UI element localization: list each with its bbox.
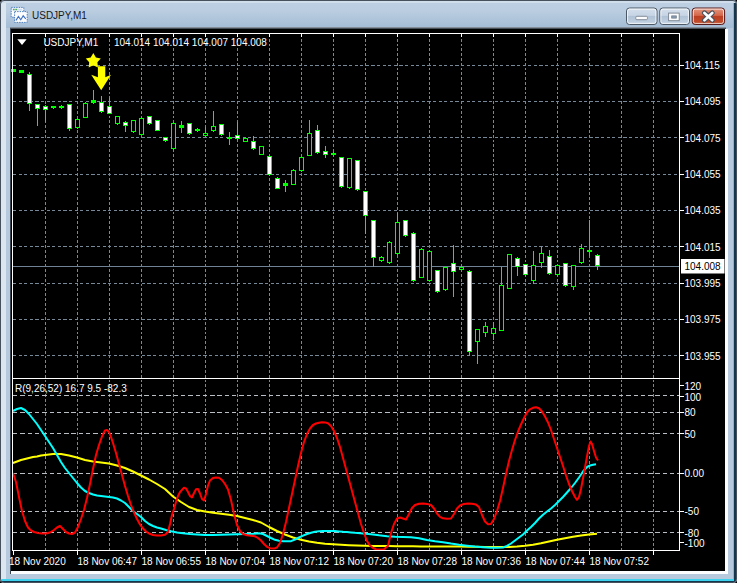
- svg-text:104.095: 104.095: [685, 96, 722, 107]
- svg-text:120: 120: [685, 381, 702, 392]
- svg-text:100: 100: [685, 392, 702, 403]
- svg-text:18 Nov 07:36: 18 Nov 07:36: [462, 556, 522, 567]
- svg-text:18 Nov 06:47: 18 Nov 06:47: [78, 556, 138, 567]
- svg-text:104.115: 104.115: [685, 60, 721, 71]
- svg-text:18 Nov 07:12: 18 Nov 07:12: [270, 556, 330, 567]
- svg-text:104.075: 104.075: [685, 133, 722, 144]
- svg-text:104.035: 104.035: [685, 205, 722, 216]
- svg-text:103.955: 103.955: [685, 351, 722, 362]
- svg-text:18 Nov 06:55: 18 Nov 06:55: [142, 556, 202, 567]
- svg-text:104.014 104.014 104.007 104.00: 104.014 104.014 104.007 104.008: [114, 37, 267, 48]
- svg-text:103.975: 103.975: [685, 314, 722, 325]
- svg-text:104.008: 104.008: [685, 261, 722, 272]
- svg-text:18 Nov 07:52: 18 Nov 07:52: [590, 556, 650, 567]
- svg-text:0.00: 0.00: [685, 468, 705, 479]
- svg-text:-50: -50: [685, 506, 700, 517]
- svg-text:104.015: 104.015: [685, 242, 722, 253]
- svg-text:-100: -100: [685, 538, 705, 549]
- svg-text:18 Nov 2020: 18 Nov 2020: [9, 556, 66, 567]
- svg-text:18 Nov 07:04: 18 Nov 07:04: [206, 556, 266, 567]
- svg-text:R(9,26,52) 16.7 9.5 -82.3: R(9,26,52) 16.7 9.5 -82.3: [15, 383, 127, 394]
- svg-text:18 Nov 07:44: 18 Nov 07:44: [526, 556, 586, 567]
- svg-text:USDJPY,M1: USDJPY,M1: [32, 10, 87, 21]
- svg-text:104.055: 104.055: [685, 169, 722, 180]
- svg-text:18 Nov 07:28: 18 Nov 07:28: [398, 556, 458, 567]
- svg-text:80: 80: [685, 407, 697, 418]
- svg-text:USDJPY,M1: USDJPY,M1: [43, 37, 98, 48]
- svg-text:18 Nov 07:20: 18 Nov 07:20: [334, 556, 394, 567]
- svg-text:50: 50: [685, 429, 697, 440]
- svg-text:103.995: 103.995: [685, 278, 722, 289]
